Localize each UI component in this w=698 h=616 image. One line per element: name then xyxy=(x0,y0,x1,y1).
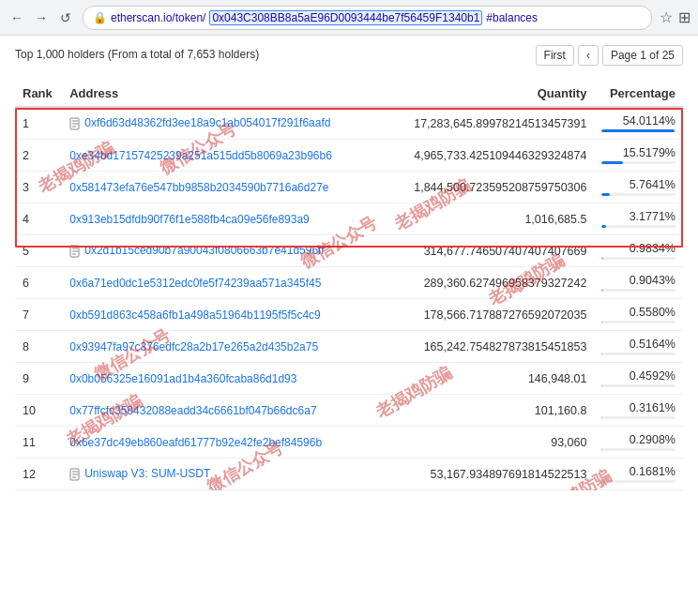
percentage-cell: 54.0114% xyxy=(594,107,683,140)
address-link[interactable]: 0xe34bd17157425239a251a515dd5b8069a23b96… xyxy=(69,149,332,162)
percentage-header: Percentage xyxy=(594,81,683,107)
doc-icon xyxy=(69,245,82,258)
table-header-row: Rank Address Quantity Percentage xyxy=(15,81,683,107)
back-button[interactable]: ← xyxy=(8,8,26,27)
percentage-value: 5.7641% xyxy=(601,178,675,191)
quantity-cell: 178,566.717887276592072035 xyxy=(377,299,594,331)
percentage-value: 0.3161% xyxy=(601,401,675,414)
address-label: Uniswap V3: SUM-USDT xyxy=(84,467,210,480)
percentage-value: 0.5164% xyxy=(601,338,675,351)
percentage-bar-wrap xyxy=(601,193,675,196)
percentage-bar xyxy=(601,193,609,196)
address-link[interactable]: 0x93947fa97c376edfc28a2b17e265a2d435b2a7… xyxy=(69,340,318,353)
quantity-cell: 17,283,645.89978214513457391 xyxy=(377,107,594,140)
table-row: 80x93947fa97c376edfc28a2b17e265a2d435b2a… xyxy=(15,331,683,363)
address-link[interactable]: 0x0b056325e16091ad1b4a360fcaba86d1d93 xyxy=(69,372,296,385)
rank-cell: 7 xyxy=(15,299,62,331)
address-cell: 0x2d1b15ced90b7a90043f0806663b7e41d596ff xyxy=(62,235,377,267)
quantity-cell: 53,167.934897691814522513 xyxy=(377,458,594,490)
rank-cell: 12 xyxy=(15,458,62,490)
rank-cell: 6 xyxy=(15,267,62,299)
rank-cell: 9 xyxy=(15,363,62,395)
doc-icon xyxy=(69,117,82,130)
table-row: 30x581473efa76e547bb9858b2034590b7716a6d… xyxy=(15,172,683,203)
percentage-bar-wrap xyxy=(601,161,675,164)
address-link[interactable]: 0xb591d863c458a6fb1a498a51964b1195f5f5c4… xyxy=(69,308,321,322)
address-cell: Uniswap V3: SUM-USDT xyxy=(62,458,377,490)
quantity-cell: 93,060 xyxy=(377,427,594,458)
percentage-bar xyxy=(601,257,602,260)
address-link[interactable]: 0x6a71ed0dc1e5312edc0fe5f74239aa571a345f… xyxy=(69,277,321,290)
address-bar[interactable]: 🔒 etherscan.io/token/0x043C308BB8a5aE96D… xyxy=(83,6,652,30)
percentage-bar-wrap xyxy=(601,480,675,483)
url-suffix: #balances xyxy=(486,11,538,24)
page-info: Page 1 of 25 xyxy=(602,45,683,66)
address-link[interactable]: 0x6e37dc49eb860eafd61777b92e42fe2bef8459… xyxy=(69,436,322,449)
forward-button[interactable]: → xyxy=(32,8,51,27)
percentage-bar-wrap xyxy=(601,321,675,323)
address-link[interactable]: 0x581473efa76e547bb9858b2034590b7716a6d2… xyxy=(69,181,328,194)
page-content: Top 1,000 holders (From a total of 7,653… xyxy=(0,36,698,500)
percentage-value: 0.4592% xyxy=(601,369,675,383)
extensions-button[interactable]: ⊞ xyxy=(678,8,690,26)
table-row: 20xe34bd17157425239a251a515dd5b8069a23b9… xyxy=(15,140,683,172)
quantity-cell: 101,160.8 xyxy=(377,395,594,427)
first-page-button[interactable]: First xyxy=(536,45,574,66)
rank-cell: 11 xyxy=(15,427,62,458)
percentage-value: 0.1681% xyxy=(601,465,675,478)
percentage-bar-wrap xyxy=(601,448,675,451)
percentage-value: 54.0114% xyxy=(601,114,675,128)
percentage-cell: 0.1681% xyxy=(594,458,683,490)
quantity-header: Quantity xyxy=(377,81,594,107)
address-cell: 0x93947fa97c376edfc28a2b17e265a2d435b2a7… xyxy=(62,331,377,363)
percentage-cell: 0.9043% xyxy=(594,267,683,299)
percentage-bar-wrap xyxy=(601,416,675,419)
quantity-cell: 314,677.746507407407407669 xyxy=(377,235,594,267)
address-cell: 0x6e37dc49eb860eafd61777b92e42fe2bef8459… xyxy=(62,427,377,458)
table-row: 12Uniswap V3: SUM-USDT53,167.93489769181… xyxy=(15,458,683,490)
table-row: 10xf6d63d48362fd3ee18a9c1ab054017f291f6a… xyxy=(15,107,683,140)
percentage-cell: 0.4592% xyxy=(594,363,683,395)
table-container: Rank Address Quantity Percentage 10xf6d6… xyxy=(15,81,683,490)
table-row: 50x2d1b15ced90b7a90043f0806663b7e41d596f… xyxy=(15,235,683,267)
browser-toolbar: ← → ↺ 🔒 etherscan.io/token/0x043C308BB8a… xyxy=(0,0,698,36)
percentage-bar xyxy=(601,289,602,292)
table-row: 90x0b056325e16091ad1b4a360fcaba86d1d9314… xyxy=(15,363,683,395)
doc-icon xyxy=(69,468,82,481)
address-link[interactable]: 0x77ffcfc358432088eadd34c6661bf047b66dc6… xyxy=(69,404,316,417)
rank-cell: 3 xyxy=(15,172,62,203)
address-link[interactable]: 0x2d1b15ced90b7a90043f0806663b7e41d596ff xyxy=(84,244,324,257)
table-row: 100x77ffcfc358432088eadd34c6661bf047b66d… xyxy=(15,395,683,427)
address-cell: 0x581473efa76e547bb9858b2034590b7716a6d2… xyxy=(62,172,377,203)
address-header: Address xyxy=(62,81,377,107)
address-link[interactable]: 0xf6d63d48362fd3ee18a9c1ab054017f291f6aa… xyxy=(84,116,330,129)
prev-page-button[interactable]: ‹ xyxy=(578,45,599,66)
percentage-cell: 0.9834% xyxy=(594,235,683,267)
percentage-cell: 3.1771% xyxy=(594,203,683,235)
percentage-cell: 0.5580% xyxy=(594,299,683,331)
percentage-value: 0.9834% xyxy=(601,242,675,255)
percentage-value: 0.2908% xyxy=(601,433,675,446)
percentage-cell: 15.5179% xyxy=(594,140,683,172)
percentage-bar-wrap xyxy=(601,257,675,260)
holders-table: Rank Address Quantity Percentage 10xf6d6… xyxy=(15,81,683,490)
bookmark-button[interactable]: ☆ xyxy=(660,8,673,26)
url-address: 0x043C308BB8a5aE96D0093444be7f56459F1340… xyxy=(209,10,482,25)
address-cell: 0xe34bd17157425239a251a515dd5b8069a23b96… xyxy=(62,140,377,172)
percentage-bar xyxy=(601,353,602,355)
address-cell: 0x6a71ed0dc1e5312edc0fe5f74239aa571a345f… xyxy=(62,267,377,299)
address-link[interactable]: 0x913eb15dfdb90f76f1e588fb4ca09e56fe893a… xyxy=(69,213,310,226)
browser-actions: ☆ ⊞ xyxy=(660,8,690,26)
rank-cell: 10 xyxy=(15,395,62,427)
percentage-bar-wrap xyxy=(601,384,675,387)
quantity-cell: 1,016,685.5 xyxy=(377,203,594,235)
percentage-bar xyxy=(601,161,622,164)
table-row: 110x6e37dc49eb860eafd61777b92e42fe2bef84… xyxy=(15,427,683,458)
reload-button[interactable]: ↺ xyxy=(56,8,75,27)
percentage-bar xyxy=(601,384,602,387)
percentage-value: 3.1771% xyxy=(601,210,675,223)
quantity-cell: 1,844,500.723595208759750306 xyxy=(377,172,594,203)
percentage-bar xyxy=(601,225,606,228)
quantity-cell: 4,965,733.425109446329324874 xyxy=(377,140,594,172)
quantity-cell: 289,360.627496958379327242 xyxy=(377,267,594,299)
